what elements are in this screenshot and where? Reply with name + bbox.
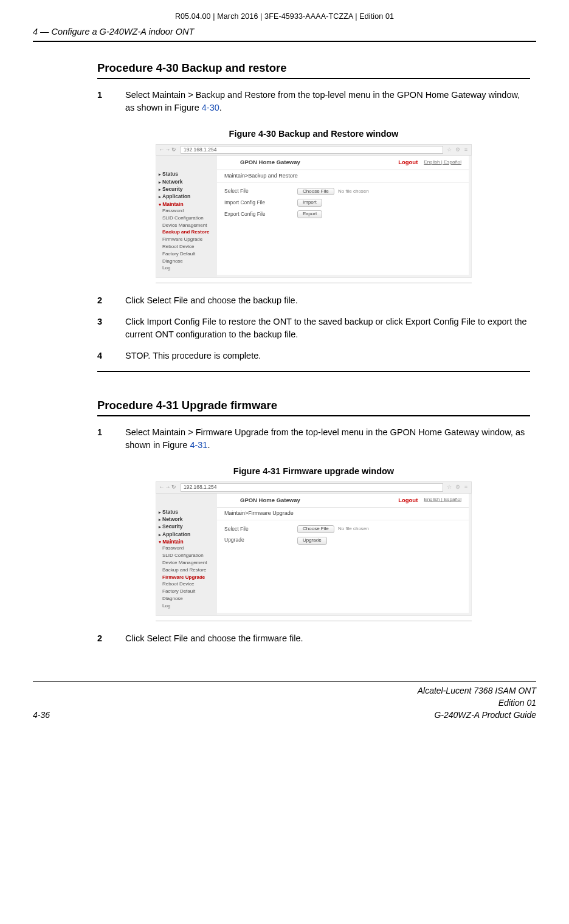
procedure-4-31-title: Procedure 4-31 Upgrade firmware: [97, 398, 530, 414]
figure-ref-link[interactable]: 4-30: [202, 103, 219, 112]
sidebar: Status Network Security Application Main…: [156, 494, 217, 615]
footer-edition: Edition 01: [69, 697, 536, 709]
sidebar-item-application[interactable]: Application: [159, 194, 217, 199]
sidebar-item-status[interactable]: Status: [159, 171, 217, 177]
sidebar-item-security[interactable]: Security: [159, 187, 217, 192]
url-field[interactable]: 192.168.1.254: [181, 146, 443, 154]
sidebar-item-security[interactable]: Security: [159, 524, 217, 529]
sidebar-sub-device-mgmt[interactable]: Device Management: [159, 560, 217, 566]
divider: [97, 78, 530, 79]
footer-product-line: Alcatel-Lucent 7368 ISAM ONT: [69, 684, 536, 697]
sidebar-item-status[interactable]: Status: [159, 509, 217, 515]
sidebar-sub-firmware[interactable]: Firmware Upgrade: [159, 575, 217, 581]
step-number: 1: [97, 426, 125, 452]
sidebar-sub-password[interactable]: Password: [159, 546, 217, 551]
sidebar-sub-slid[interactable]: SLID Configuration: [159, 216, 217, 221]
figure-4-30: ← → ↻ 192.168.1.254 ☆ ⚙ ≡ Status Network…: [156, 144, 472, 278]
step-text: Click Select File and choose the firmwar…: [125, 632, 530, 645]
logout-link[interactable]: Logout: [398, 497, 418, 503]
export-button[interactable]: Export: [297, 210, 322, 218]
sidebar-item-maintain[interactable]: Maintain: [159, 202, 217, 207]
page-footer: 4-36 Alcatel-Lucent 7368 ISAM ONT Editio…: [33, 681, 536, 722]
back-icon[interactable]: ←: [159, 147, 165, 153]
choose-file-button[interactable]: Choose File: [297, 525, 334, 533]
figure-ref-link[interactable]: 4-31: [190, 440, 207, 450]
page-number: 4-36: [33, 709, 69, 721]
step-number: 3: [97, 315, 125, 341]
url-field[interactable]: 192.168.1.254: [181, 483, 443, 491]
step-2: 2 Click Select File and choose the firmw…: [97, 632, 530, 645]
step-number: 2: [97, 632, 125, 645]
forward-icon[interactable]: →: [165, 484, 171, 491]
sidebar-sub-device-mgmt[interactable]: Device Management: [159, 223, 217, 229]
sidebar-sub-reboot[interactable]: Reboot Device: [159, 244, 217, 250]
step-number: 2: [97, 294, 125, 307]
step-1: 1 Select Maintain > Firmware Upgrade fro…: [97, 426, 530, 452]
browser-address-bar: ← → ↻ 192.168.1.254 ☆ ⚙ ≡: [156, 481, 472, 493]
step-1: 1 Select Maintain > Backup and Restore f…: [97, 89, 530, 114]
step-text: STOP. This procedure is complete.: [125, 350, 530, 362]
sidebar-sub-slid[interactable]: SLID Configuration: [159, 553, 217, 559]
procedure-end-divider: [97, 371, 530, 372]
breadcrumb: Maintain>Firmware Upgrade: [217, 508, 469, 520]
figure-4-31: ← → ↻ 192.168.1.254 ☆ ⚙ ≡ Status Network…: [156, 481, 472, 615]
figure-4-30-caption: Figure 4-30 Backup and Restore window: [97, 128, 530, 140]
sidebar: Status Network Security Application Main…: [156, 156, 217, 277]
sidebar-sub-backup-restore[interactable]: Backup and Restore: [159, 568, 217, 573]
gateway-title: GPON Home Gateway: [240, 497, 300, 503]
choose-file-button[interactable]: Choose File: [297, 188, 334, 196]
sidebar-sub-factory[interactable]: Factory Default: [159, 252, 217, 257]
figure-divider: [156, 283, 472, 283]
step-text: .: [219, 103, 222, 112]
step-text: Click Import Config File to restore the …: [125, 315, 530, 341]
upgrade-button[interactable]: Upgrade: [297, 537, 327, 545]
step-number: 1: [97, 89, 125, 114]
divider: [97, 415, 530, 416]
upgrade-label: Upgrade: [224, 537, 297, 543]
sidebar-sub-backup-restore[interactable]: Backup and Restore: [159, 230, 217, 235]
step-text: Select Maintain > Backup and Restore fro…: [125, 90, 520, 112]
step-text: .: [207, 440, 210, 450]
sidebar-sub-diagnose[interactable]: Diagnose: [159, 259, 217, 264]
figure-4-31-caption: Figure 4-31 Firmware upgrade window: [97, 465, 530, 478]
language-links[interactable]: English | Español: [424, 160, 461, 165]
reload-icon[interactable]: ↻: [171, 147, 177, 153]
reload-icon[interactable]: ↻: [171, 484, 177, 491]
import-config-label: Import Config File: [224, 200, 297, 205]
logout-link[interactable]: Logout: [398, 159, 418, 165]
sidebar-sub-factory[interactable]: Factory Default: [159, 589, 217, 595]
sidebar-item-maintain[interactable]: Maintain: [159, 539, 217, 545]
procedure-4-30-title: Procedure 4-30 Backup and restore: [97, 60, 530, 77]
sidebar-sub-firmware[interactable]: Firmware Upgrade: [159, 237, 217, 243]
back-icon[interactable]: ←: [159, 484, 165, 491]
section-header: 4 — Configure a G-240WZ-A indoor ONT: [33, 26, 536, 42]
select-file-label: Select File: [224, 526, 297, 532]
sidebar-item-network[interactable]: Network: [159, 517, 217, 522]
no-file-chosen-text: No file chosen: [338, 526, 369, 531]
page-top-metadata: R05.04.00 | March 2016 | 3FE-45933-AAAA-…: [33, 11, 536, 26]
step-number: 4: [97, 350, 125, 362]
no-file-chosen-text: No file chosen: [338, 188, 369, 194]
select-file-label: Select File: [224, 188, 297, 194]
export-config-label: Export Config File: [224, 212, 297, 217]
sidebar-sub-password[interactable]: Password: [159, 209, 217, 214]
sidebar-sub-log[interactable]: Log: [159, 604, 217, 609]
step-4: 4 STOP. This procedure is complete.: [97, 350, 530, 362]
step-text: Click Select File and choose the backup …: [125, 294, 530, 307]
browser-address-bar: ← → ↻ 192.168.1.254 ☆ ⚙ ≡: [156, 144, 472, 156]
sidebar-sub-log[interactable]: Log: [159, 266, 217, 271]
breadcrumb: Maintain>Backup and Restore: [217, 170, 469, 183]
gateway-title: GPON Home Gateway: [240, 159, 300, 165]
sidebar-item-application[interactable]: Application: [159, 532, 217, 537]
sidebar-sub-diagnose[interactable]: Diagnose: [159, 596, 217, 602]
step-text: Select Maintain > Firmware Upgrade from …: [125, 427, 525, 450]
step-2: 2 Click Select File and choose the backu…: [97, 294, 530, 307]
browser-icons: ☆ ⚙ ≡: [447, 484, 469, 491]
import-button[interactable]: Import: [297, 199, 322, 207]
sidebar-item-network[interactable]: Network: [159, 179, 217, 185]
language-links[interactable]: English | Español: [424, 497, 461, 503]
forward-icon[interactable]: →: [165, 147, 171, 153]
sidebar-sub-reboot[interactable]: Reboot Device: [159, 582, 217, 587]
footer-guide-name: G-240WZ-A Product Guide: [69, 709, 536, 721]
browser-icons: ☆ ⚙ ≡: [447, 147, 469, 153]
